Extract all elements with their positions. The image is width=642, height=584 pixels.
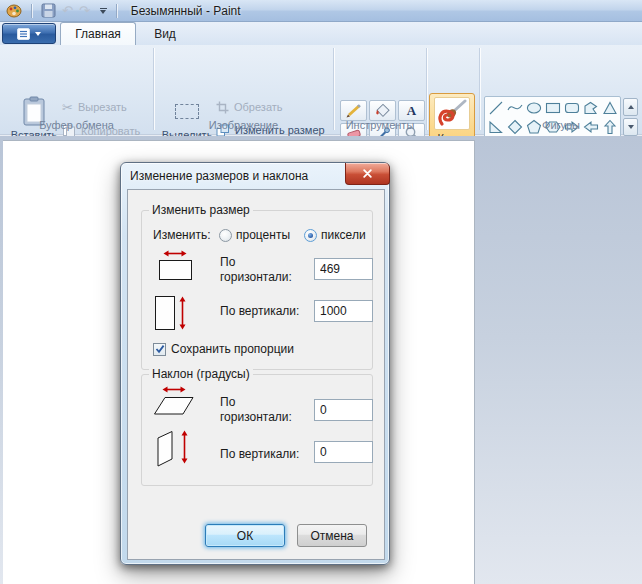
tools-group-label: Инструменты	[334, 119, 426, 131]
crop-icon	[216, 101, 229, 114]
ribbon: Вставить ✂ Вырезать Копировать Буфер обм…	[0, 45, 642, 135]
pencil-icon	[345, 103, 363, 118]
pencil-tool[interactable]	[340, 100, 367, 121]
skew-vertical-label: По вертикали:	[220, 447, 299, 461]
shape-rounded-rectangle[interactable]	[562, 98, 581, 117]
skew-group-label: Наклон (градусы)	[149, 367, 253, 381]
shape-line[interactable]	[486, 98, 505, 117]
group-divider	[479, 48, 480, 130]
horizontal-size-icon	[153, 249, 197, 280]
radio-pixels[interactable]	[304, 229, 317, 242]
keep-aspect-checkbox[interactable]	[153, 343, 166, 356]
cancel-button[interactable]: Отмена	[297, 524, 367, 547]
save-button[interactable]	[38, 2, 59, 20]
tab-view[interactable]: Вид	[136, 22, 194, 45]
group-divider	[333, 48, 334, 130]
close-icon	[363, 169, 372, 178]
text-icon: A	[407, 104, 416, 117]
titlebar-separator	[31, 4, 32, 18]
vertical-skew-icon	[155, 430, 189, 468]
resize-horizontal-input[interactable]	[314, 258, 373, 280]
checkmark-icon	[155, 344, 165, 354]
crop-button: Обрезать	[216, 97, 283, 117]
shape-polygon[interactable]	[581, 98, 600, 117]
radio-pixels-label[interactable]: пиксели	[321, 228, 366, 242]
keep-aspect-row[interactable]: Сохранить пропорции	[153, 342, 294, 356]
shape-triangle[interactable]	[600, 98, 619, 117]
title-bar: ↶ ↷ Безымянный - Paint	[0, 0, 642, 22]
arrow-up-icon	[628, 105, 634, 109]
group-divider	[426, 48, 427, 130]
wide-rectangle-icon	[159, 260, 192, 280]
skew-vertical-input[interactable]	[314, 441, 373, 463]
shape-curve[interactable]	[505, 98, 524, 117]
red-vertical-arrow-icon	[178, 296, 187, 330]
resize-vertical-label: По вертикали:	[220, 304, 299, 318]
horizontal-parallelogram-icon	[153, 396, 195, 416]
fill-bucket-icon	[374, 103, 392, 118]
resize-group-label: Изменить размер	[149, 203, 253, 217]
tall-rectangle-icon	[155, 296, 175, 330]
brush-tile	[434, 97, 470, 130]
shapes-group-label: Фигуры	[480, 119, 642, 131]
red-horizontal-arrow-icon	[162, 385, 186, 394]
shape-ellipse[interactable]	[524, 98, 543, 117]
horizontal-skew-icon	[150, 385, 198, 416]
undo-icon: ↶	[59, 2, 76, 20]
skew-group: Наклон (градусы) По горизонтали:	[141, 374, 373, 486]
vertical-size-icon	[155, 296, 187, 330]
shapes-scroll-up-button[interactable]	[623, 98, 638, 116]
units-row: Изменить: проценты пиксели	[153, 228, 366, 242]
resize-horizontal-label: По горизонтали:	[220, 255, 308, 285]
skew-horizontal-input[interactable]	[314, 399, 373, 421]
menu-list-icon	[17, 28, 30, 40]
resize-vertical-input[interactable]	[314, 300, 373, 322]
close-button[interactable]	[345, 163, 390, 185]
dialog-body: Изменить размер Изменить: проценты пиксе…	[127, 189, 385, 560]
window-title: Безымянный - Paint	[131, 4, 241, 18]
tab-home[interactable]: Главная	[60, 22, 136, 45]
red-horizontal-arrow-icon	[163, 249, 187, 258]
chevron-down-icon	[35, 32, 41, 36]
titlebar-separator	[116, 4, 117, 18]
group-divider	[153, 48, 154, 130]
dialog-title[interactable]: Изменение размеров и наклона	[130, 169, 308, 183]
text-tool[interactable]: A	[398, 100, 425, 121]
radio-percent-label[interactable]: проценты	[236, 228, 290, 242]
tab-row: Главная Вид	[0, 22, 642, 45]
select-region-icon	[175, 104, 199, 119]
change-label: Изменить:	[153, 228, 219, 242]
vertical-parallelogram-icon	[155, 430, 177, 468]
radio-percent[interactable]	[219, 229, 232, 242]
paintbrush-icon	[436, 99, 468, 129]
quick-access-dropdown[interactable]	[97, 2, 110, 20]
cut-button: ✂ Вырезать	[62, 97, 127, 117]
shape-rectangle[interactable]	[543, 98, 562, 117]
fill-tool[interactable]	[369, 100, 396, 121]
clipboard-group-label: Буфер обмена	[0, 119, 153, 131]
application-menu-button[interactable]	[2, 23, 56, 44]
redo-icon: ↷	[76, 2, 93, 20]
image-group-label: Изображение	[154, 119, 333, 131]
ok-button[interactable]: ОК	[205, 524, 285, 547]
resize-group: Изменить размер Изменить: проценты пиксе…	[141, 210, 373, 370]
keep-aspect-label[interactable]: Сохранить пропорции	[171, 342, 294, 356]
resize-skew-dialog: Изменение размеров и наклона Изменить ра…	[120, 162, 390, 565]
paint-logo-icon	[3, 2, 25, 20]
red-vertical-arrow-icon	[180, 430, 189, 464]
scissors-icon: ✂	[62, 100, 73, 115]
skew-horizontal-label: По горизонтали:	[220, 395, 308, 425]
